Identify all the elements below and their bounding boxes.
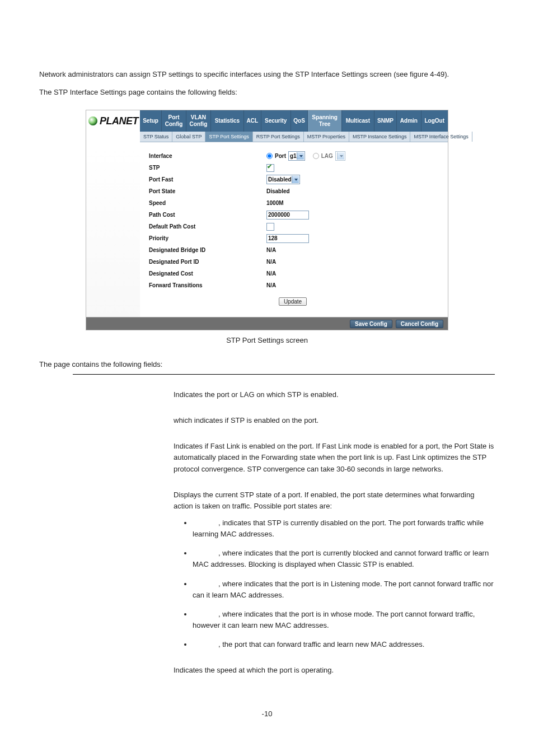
form-label: Speed	[149, 200, 266, 206]
intro-paragraph-2: The STP Interface Settings page contains…	[39, 85, 495, 100]
brand-logo: PLANET	[86, 110, 140, 132]
form-row: InterfacePortg1LAG	[149, 150, 437, 162]
form-row: Priority128	[149, 232, 437, 244]
form-row: Designated CostN/A	[149, 268, 437, 279]
submenu-item[interactable]: STP Status	[140, 132, 172, 142]
left-sidebar	[86, 142, 140, 317]
portstate-intro: Displays the current STP state of a port…	[174, 491, 474, 510]
form-value	[266, 223, 437, 231]
form-value: N/A	[266, 259, 437, 265]
form-value: N/A	[266, 282, 437, 288]
form-area: InterfacePortg1LAGSTPPort FastDisabledPo…	[140, 142, 448, 317]
port-radio[interactable]: Port	[266, 153, 286, 159]
port-state-bullet: , indicates that STP is currently disabl…	[193, 517, 495, 540]
form-value: 1000M	[266, 200, 437, 206]
text-input[interactable]: 128	[266, 234, 309, 243]
form-row: Designated Bridge IDN/A	[149, 244, 437, 256]
form-value: N/A	[266, 247, 437, 253]
submenu-item[interactable]: MSTP Instance Settings	[349, 132, 410, 142]
form-label: Priority	[149, 235, 266, 241]
menu-item[interactable]: SpanningTree	[308, 110, 342, 132]
form-row: Path Cost2000000	[149, 209, 437, 221]
checkbox[interactable]	[266, 223, 274, 231]
menu-item[interactable]: QoS	[291, 110, 308, 132]
form-value: Disabled	[266, 175, 437, 184]
form-label: Port Fast	[149, 176, 266, 183]
form-value: N/A	[266, 270, 437, 277]
fields-intro: The page contains the following fields:	[39, 360, 495, 368]
screenshot-caption: STP Port Settings screen	[39, 336, 495, 344]
form-value: Portg1LAG	[266, 151, 437, 161]
form-row: Default Path Cost	[149, 221, 437, 232]
form-label: Designated Port ID	[149, 259, 266, 265]
form-label: Designated Bridge ID	[149, 247, 266, 253]
port-state-bullet: , where indicates that the port is in Li…	[193, 578, 495, 601]
update-button[interactable]: Update	[279, 297, 307, 306]
menu-item[interactable]: LogOut	[421, 110, 448, 132]
port-state-bullet: , where indicates that the port is curre…	[193, 548, 495, 570]
cancel-config-button[interactable]: Cancel Config	[396, 320, 443, 328]
port-state-bullet: , the port that can forward traffic and …	[193, 639, 495, 650]
form-label: Port State	[149, 188, 266, 194]
form-label: Forward Transitions	[149, 282, 266, 288]
intro-paragraph-1: Network administrators can assign STP se…	[39, 67, 495, 82]
menu-item[interactable]: PortConfig	[162, 110, 186, 132]
menu-item[interactable]: Security	[261, 110, 291, 132]
form-label: Designated Cost	[149, 270, 266, 277]
port-select[interactable]: g1	[288, 151, 305, 161]
submenu-item[interactable]: RSTP Port Settings	[252, 132, 303, 142]
form-row: Forward TransitionsN/A	[149, 279, 437, 291]
form-label: Interface	[149, 153, 266, 159]
menu-item[interactable]: Multicast	[341, 110, 374, 132]
field-def-speed: Indicates the speed at which the port is…	[174, 665, 495, 676]
field-def-interface: Indicates the port or LAG on which STP i…	[174, 389, 495, 400]
stp-port-settings-screenshot: PLANET SetupPortConfigVLANConfigStatisti…	[86, 110, 448, 330]
globe-icon	[88, 116, 97, 125]
separator	[73, 374, 495, 375]
form-value	[266, 164, 437, 172]
form-value: Disabled	[266, 188, 437, 194]
form-value: 2000000	[266, 211, 437, 220]
menu-item[interactable]: VLANConfig	[186, 110, 210, 132]
submenu-item[interactable]: MSTP Interface Settings	[410, 132, 472, 142]
form-label: Path Cost	[149, 212, 266, 218]
field-def-portstate: Displays the current STP state of a port…	[174, 489, 495, 651]
page-number: -10	[39, 710, 495, 718]
text-input[interactable]: 2000000	[266, 211, 309, 220]
top-menu: SetupPortConfigVLANConfigStatisticsACLSe…	[140, 110, 448, 132]
form-value: 128	[266, 234, 437, 243]
form-label: Default Path Cost	[149, 223, 266, 230]
menu-item[interactable]: Setup	[140, 110, 162, 132]
port-state-bullet: , where indicates that the port is in wh…	[193, 609, 495, 631]
brand-text: PLANET	[100, 115, 138, 127]
form-row: STP	[149, 162, 437, 174]
submenu-item[interactable]: Global STP	[172, 132, 205, 142]
form-row: Port FastDisabled	[149, 174, 437, 185]
submenu-item[interactable]: MSTP Properties	[303, 132, 349, 142]
field-def-stp: which indicates if STP is enabled on the…	[174, 415, 495, 426]
submenu-item[interactable]: STP Port Settings	[205, 132, 252, 142]
form-label: STP	[149, 165, 266, 171]
lag-select[interactable]	[335, 151, 345, 161]
menu-item[interactable]: ACL	[244, 110, 261, 132]
menu-item[interactable]: Statistics	[210, 110, 243, 132]
form-row: Port StateDisabled	[149, 185, 437, 197]
lag-radio[interactable]: LAG	[313, 153, 333, 159]
checkbox[interactable]	[266, 164, 274, 172]
field-def-fastlink: Indicates if Fast Link is enabled on the…	[174, 441, 495, 474]
form-row: Speed1000M	[149, 197, 437, 209]
sub-menu: STP StatusGlobal STPSTP Port SettingsRST…	[140, 132, 448, 142]
save-config-button[interactable]: Save Config	[350, 320, 392, 328]
footer-bar: Save Config Cancel Config	[86, 317, 448, 330]
form-row: Designated Port IDN/A	[149, 256, 437, 268]
menu-item[interactable]: SNMP	[374, 110, 397, 132]
menu-item[interactable]: Admin	[397, 110, 421, 132]
select[interactable]: Disabled	[266, 175, 300, 184]
